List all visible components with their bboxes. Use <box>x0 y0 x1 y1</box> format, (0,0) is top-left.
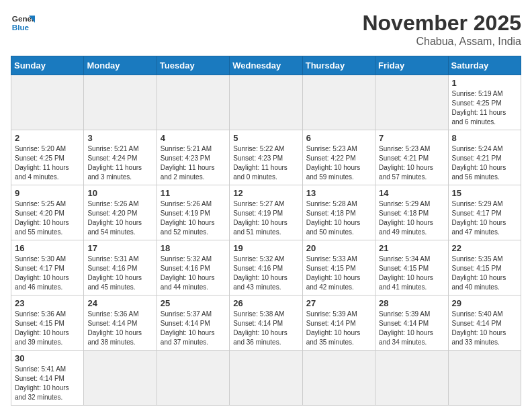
calendar-day-cell: 28Sunrise: 5:39 AM Sunset: 4:14 PM Dayli… <box>375 295 448 351</box>
day-info: Sunrise: 5:23 AM Sunset: 4:22 PM Dayligh… <box>306 144 371 182</box>
day-info: Sunrise: 5:36 AM Sunset: 4:15 PM Dayligh… <box>15 310 80 347</box>
calendar-day-cell: 4Sunrise: 5:21 AM Sunset: 4:23 PM Daylig… <box>157 130 229 185</box>
day-info: Sunrise: 5:29 AM Sunset: 4:18 PM Dayligh… <box>379 199 444 237</box>
day-info: Sunrise: 5:29 AM Sunset: 4:17 PM Dayligh… <box>452 199 517 237</box>
calendar-day-cell <box>230 351 302 406</box>
day-info: Sunrise: 5:32 AM Sunset: 4:16 PM Dayligh… <box>233 255 298 292</box>
day-number: 2 <box>15 133 80 143</box>
day-number: 13 <box>306 188 371 198</box>
calendar-day-cell: 9Sunrise: 5:25 AM Sunset: 4:20 PM Daylig… <box>11 185 84 240</box>
calendar-day-cell: 30Sunrise: 5:41 AM Sunset: 4:14 PM Dayli… <box>11 351 84 406</box>
day-number: 3 <box>87 133 152 143</box>
day-info: Sunrise: 5:21 AM Sunset: 4:24 PM Dayligh… <box>87 144 152 182</box>
day-info: Sunrise: 5:35 AM Sunset: 4:15 PM Dayligh… <box>452 255 517 292</box>
title-block: November 2025 Chabua, Assam, India <box>362 11 521 48</box>
day-number: 18 <box>161 243 226 253</box>
calendar-day-cell: 24Sunrise: 5:36 AM Sunset: 4:14 PM Dayli… <box>84 295 157 351</box>
calendar-day-cell <box>84 351 157 406</box>
calendar-day-cell: 3Sunrise: 5:21 AM Sunset: 4:24 PM Daylig… <box>84 130 157 185</box>
day-info: Sunrise: 5:36 AM Sunset: 4:14 PM Dayligh… <box>87 310 152 347</box>
day-info: Sunrise: 5:30 AM Sunset: 4:17 PM Dayligh… <box>15 255 80 292</box>
calendar-day-cell: 14Sunrise: 5:29 AM Sunset: 4:18 PM Dayli… <box>375 185 448 240</box>
calendar-day-cell: 11Sunrise: 5:26 AM Sunset: 4:19 PM Dayli… <box>157 185 229 240</box>
page-header: General Blue November 2025 Chabua, Assam… <box>11 11 521 48</box>
day-number: 28 <box>379 298 444 308</box>
day-info: Sunrise: 5:37 AM Sunset: 4:14 PM Dayligh… <box>161 310 226 347</box>
day-number: 17 <box>87 243 152 253</box>
day-number: 24 <box>87 298 152 308</box>
calendar-day-cell: 17Sunrise: 5:31 AM Sunset: 4:16 PM Dayli… <box>84 240 157 295</box>
day-info: Sunrise: 5:31 AM Sunset: 4:16 PM Dayligh… <box>87 255 152 292</box>
day-number: 9 <box>15 188 80 198</box>
day-number: 25 <box>161 298 226 308</box>
calendar-day-cell: 27Sunrise: 5:39 AM Sunset: 4:14 PM Dayli… <box>302 295 375 351</box>
day-of-week-header: Tuesday <box>157 56 229 75</box>
day-number: 30 <box>15 353 80 363</box>
calendar-day-cell <box>157 75 229 130</box>
calendar-day-cell: 23Sunrise: 5:36 AM Sunset: 4:15 PM Dayli… <box>11 295 84 351</box>
calendar-day-cell: 5Sunrise: 5:22 AM Sunset: 4:23 PM Daylig… <box>230 130 302 185</box>
calendar-day-cell: 21Sunrise: 5:34 AM Sunset: 4:15 PM Dayli… <box>375 240 448 295</box>
day-of-week-header: Monday <box>84 56 157 75</box>
day-info: Sunrise: 5:38 AM Sunset: 4:14 PM Dayligh… <box>233 310 298 347</box>
day-number: 14 <box>379 188 444 198</box>
calendar-header-row: SundayMondayTuesdayWednesdayThursdayFrid… <box>11 56 521 75</box>
day-of-week-header: Thursday <box>302 56 375 75</box>
day-number: 15 <box>452 188 517 198</box>
calendar-day-cell: 15Sunrise: 5:29 AM Sunset: 4:17 PM Dayli… <box>448 185 521 240</box>
calendar-day-cell <box>302 351 375 406</box>
calendar-day-cell <box>84 75 157 130</box>
day-info: Sunrise: 5:20 AM Sunset: 4:25 PM Dayligh… <box>15 144 80 182</box>
day-info: Sunrise: 5:28 AM Sunset: 4:18 PM Dayligh… <box>306 199 371 237</box>
day-info: Sunrise: 5:24 AM Sunset: 4:21 PM Dayligh… <box>452 144 517 182</box>
month-title: November 2025 <box>362 11 521 36</box>
calendar-week-row: 16Sunrise: 5:30 AM Sunset: 4:17 PM Dayli… <box>11 240 521 295</box>
day-number: 11 <box>161 188 226 198</box>
day-info: Sunrise: 5:23 AM Sunset: 4:21 PM Dayligh… <box>379 144 444 182</box>
day-number: 22 <box>452 243 517 253</box>
day-number: 10 <box>87 188 152 198</box>
day-info: Sunrise: 5:19 AM Sunset: 4:25 PM Dayligh… <box>452 89 517 127</box>
day-info: Sunrise: 5:21 AM Sunset: 4:23 PM Dayligh… <box>161 144 226 182</box>
day-number: 7 <box>379 133 444 143</box>
day-info: Sunrise: 5:33 AM Sunset: 4:15 PM Dayligh… <box>306 255 371 292</box>
day-info: Sunrise: 5:41 AM Sunset: 4:14 PM Dayligh… <box>15 365 80 402</box>
calendar-day-cell <box>448 351 521 406</box>
calendar-day-cell: 8Sunrise: 5:24 AM Sunset: 4:21 PM Daylig… <box>448 130 521 185</box>
day-of-week-header: Saturday <box>448 56 521 75</box>
day-number: 23 <box>15 298 80 308</box>
calendar-day-cell: 1Sunrise: 5:19 AM Sunset: 4:25 PM Daylig… <box>448 75 521 130</box>
calendar-day-cell: 29Sunrise: 5:40 AM Sunset: 4:14 PM Dayli… <box>448 295 521 351</box>
calendar-day-cell: 2Sunrise: 5:20 AM Sunset: 4:25 PM Daylig… <box>11 130 84 185</box>
calendar-day-cell: 7Sunrise: 5:23 AM Sunset: 4:21 PM Daylig… <box>375 130 448 185</box>
calendar-day-cell: 18Sunrise: 5:32 AM Sunset: 4:16 PM Dayli… <box>157 240 229 295</box>
day-number: 6 <box>306 133 371 143</box>
calendar-day-cell: 13Sunrise: 5:28 AM Sunset: 4:18 PM Dayli… <box>302 185 375 240</box>
day-number: 19 <box>233 243 298 253</box>
day-info: Sunrise: 5:34 AM Sunset: 4:15 PM Dayligh… <box>379 255 444 292</box>
calendar-day-cell: 6Sunrise: 5:23 AM Sunset: 4:22 PM Daylig… <box>302 130 375 185</box>
day-number: 8 <box>452 133 517 143</box>
day-info: Sunrise: 5:40 AM Sunset: 4:14 PM Dayligh… <box>452 310 517 347</box>
day-of-week-header: Friday <box>375 56 448 75</box>
day-number: 16 <box>15 243 80 253</box>
day-of-week-header: Wednesday <box>230 56 302 75</box>
calendar-table: SundayMondayTuesdayWednesdayThursdayFrid… <box>11 56 521 406</box>
day-number: 26 <box>233 298 298 308</box>
calendar-week-row: 1Sunrise: 5:19 AM Sunset: 4:25 PM Daylig… <box>11 75 521 130</box>
day-number: 29 <box>452 298 517 308</box>
day-info: Sunrise: 5:39 AM Sunset: 4:14 PM Dayligh… <box>379 310 444 347</box>
calendar-day-cell: 25Sunrise: 5:37 AM Sunset: 4:14 PM Dayli… <box>157 295 229 351</box>
calendar-day-cell <box>302 75 375 130</box>
day-info: Sunrise: 5:32 AM Sunset: 4:16 PM Dayligh… <box>161 255 226 292</box>
day-number: 4 <box>161 133 226 143</box>
calendar-week-row: 30Sunrise: 5:41 AM Sunset: 4:14 PM Dayli… <box>11 351 521 406</box>
calendar-day-cell: 20Sunrise: 5:33 AM Sunset: 4:15 PM Dayli… <box>302 240 375 295</box>
day-info: Sunrise: 5:25 AM Sunset: 4:20 PM Dayligh… <box>15 199 80 237</box>
calendar-day-cell: 10Sunrise: 5:26 AM Sunset: 4:20 PM Dayli… <box>84 185 157 240</box>
calendar-week-row: 23Sunrise: 5:36 AM Sunset: 4:15 PM Dayli… <box>11 295 521 351</box>
day-number: 1 <box>452 78 517 88</box>
calendar-day-cell: 22Sunrise: 5:35 AM Sunset: 4:15 PM Dayli… <box>448 240 521 295</box>
day-number: 27 <box>306 298 371 308</box>
logo: General Blue <box>11 11 35 35</box>
